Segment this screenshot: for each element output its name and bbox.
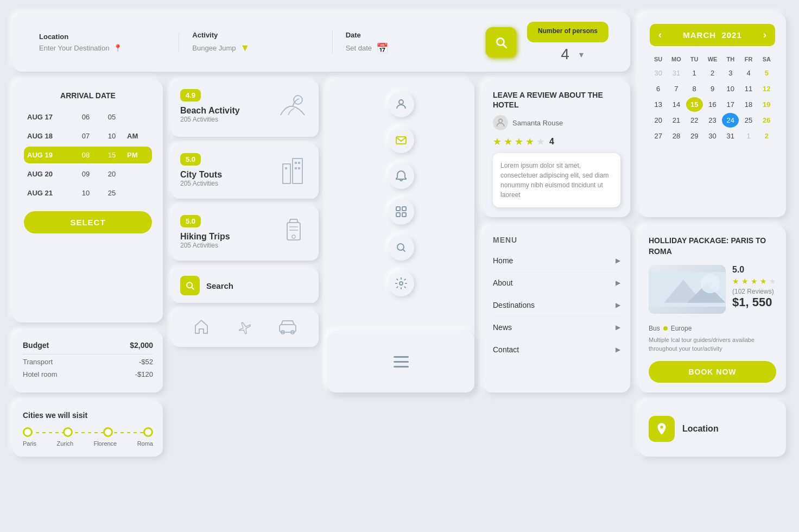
persons-section: Number of persons 4 ▾: [527, 22, 617, 63]
activity-card-city[interactable]: 5.0 City Touts 205 Activities: [172, 144, 319, 199]
cal-header-su: SU: [650, 54, 667, 65]
cal-day[interactable]: 9: [704, 81, 721, 96]
cal-header-tu: TU: [686, 54, 703, 65]
arrival-card: ARRIVAL DATE AUG 17 06 05 AUG 18 07 10 A…: [13, 80, 163, 322]
activity-value: Bungee Jump: [192, 44, 236, 52]
cal-day[interactable]: 29: [686, 129, 703, 143]
cal-day[interactable]: 7: [668, 81, 684, 96]
ham-line-2: [394, 361, 409, 363]
cal-day[interactable]: 12: [758, 81, 775, 96]
cal-day[interactable]: 1: [686, 66, 703, 80]
cal-day[interactable]: 18: [740, 97, 757, 112]
location-card[interactable]: Location: [639, 401, 786, 457]
cal-day[interactable]: 25: [740, 113, 757, 128]
cal-day[interactable]: 20: [650, 113, 667, 128]
cal-day[interactable]: 22: [686, 113, 703, 128]
cal-day[interactable]: 31: [668, 66, 684, 80]
plane-icon-btn[interactable]: [235, 318, 252, 339]
svg-rect-2: [293, 159, 302, 183]
cal-next-btn[interactable]: ›: [763, 29, 766, 41]
svg-point-23: [400, 282, 403, 285]
city-label-zurich: Zurich: [56, 440, 73, 447]
select-button[interactable]: SELECT: [24, 211, 152, 233]
cal-day[interactable]: 2: [704, 66, 721, 80]
city-label-roma: Roma: [137, 440, 153, 447]
cal-day[interactable]: 1: [740, 129, 757, 143]
cal-day[interactable]: 17: [722, 97, 739, 112]
reviewer-row: Samanta Rouse: [493, 115, 620, 130]
reviewer-avatar: [493, 115, 508, 130]
menu-item-about[interactable]: About ▶: [493, 272, 620, 294]
cal-day[interactable]: 2: [758, 129, 775, 143]
star-3: ★: [515, 136, 523, 148]
activity-card-beach[interactable]: 4.9 Beach Activity 205 Activities: [172, 80, 319, 137]
arrival-row-2[interactable]: AUG 19 08 15 PM: [24, 147, 152, 163]
search-button[interactable]: [486, 27, 516, 58]
cal-day[interactable]: 6: [650, 81, 667, 96]
dropdown-icon[interactable]: ▼: [240, 42, 250, 54]
cal-day[interactable]: 5: [758, 66, 775, 80]
h-star-1: ★: [732, 277, 739, 286]
persons-chevron[interactable]: ▾: [579, 49, 584, 60]
cal-day[interactable]: 30: [704, 129, 721, 143]
cal-day[interactable]: 4: [740, 66, 757, 80]
calendar-grid: SU MO TU WE TH FR SA 30 31 1 2 3 4 5 6 7…: [650, 54, 775, 143]
tag-dot: [663, 326, 668, 331]
cal-prev-btn[interactable]: ‹: [658, 29, 662, 41]
city-dot-roma: [143, 427, 153, 437]
profile-icon-btn[interactable]: [388, 91, 414, 117]
cal-day[interactable]: 23: [704, 113, 721, 128]
date-section: Date Set date 📅: [333, 31, 486, 54]
menu-item-destinations[interactable]: Destinations ▶: [493, 294, 620, 316]
cal-day-selected[interactable]: 24: [722, 113, 739, 128]
arrival-row-3[interactable]: AUG 20 09 20: [24, 166, 152, 182]
svg-point-0: [294, 96, 302, 104]
cal-day[interactable]: 16: [704, 97, 721, 112]
cal-day[interactable]: 19: [758, 97, 775, 112]
arrival-row-4[interactable]: AUG 21 10 25: [24, 185, 152, 201]
svg-rect-7: [298, 167, 300, 169]
cal-day[interactable]: 27: [650, 129, 667, 143]
cal-day[interactable]: 14: [668, 97, 684, 112]
book-now-button[interactable]: BOOK NOW: [649, 361, 776, 383]
persons-label: Number of persons: [538, 27, 598, 35]
budget-transport-label: Transport: [23, 358, 53, 366]
search-widget[interactable]: Search: [172, 268, 319, 303]
review-text-box: Lorem ipsum dolor sit amet, consectetuer…: [493, 153, 620, 207]
hamburger-card[interactable]: [327, 331, 474, 392]
home-icon-btn[interactable]: [193, 318, 210, 339]
cal-day[interactable]: 26: [758, 113, 775, 128]
cal-day[interactable]: 28: [668, 129, 684, 143]
cal-day[interactable]: 10: [722, 81, 739, 96]
activity-card-hiking[interactable]: 5.0 Hiking Trips 205 Activities: [172, 206, 319, 261]
cal-day[interactable]: 3: [722, 66, 739, 80]
menu-item-home[interactable]: Home ▶: [493, 250, 620, 272]
menu-item-contact[interactable]: Contact ▶: [493, 339, 620, 360]
arrival-row-1[interactable]: AUG 18 07 10 AM: [24, 128, 152, 144]
car-icon-btn[interactable]: [278, 318, 297, 339]
activity-name-hiking: Hiking Trips: [180, 232, 230, 242]
holiday-image: [649, 265, 726, 314]
cal-day-today[interactable]: 15: [686, 97, 703, 112]
cal-day[interactable]: 11: [740, 81, 757, 96]
search-nav-icon-btn[interactable]: [388, 235, 414, 261]
cal-day[interactable]: 30: [650, 66, 667, 80]
arrival-row-0[interactable]: AUG 17 06 05: [24, 109, 152, 125]
cal-header-sa: SA: [758, 54, 775, 65]
cal-day[interactable]: 21: [668, 113, 684, 128]
menu-item-news[interactable]: News ▶: [493, 316, 620, 339]
bell-icon-btn[interactable]: [388, 163, 414, 189]
svg-rect-19: [402, 207, 406, 211]
settings-icon-btn[interactable]: [388, 270, 414, 296]
grid-icon-btn[interactable]: [388, 199, 414, 225]
budget-hotel-label: Hotel room: [23, 370, 58, 378]
cal-day[interactable]: 31: [722, 129, 739, 143]
h-star-4: ★: [760, 277, 767, 286]
mail-icon-btn[interactable]: [388, 127, 414, 153]
cal-day[interactable]: 8: [686, 81, 703, 96]
holiday-card: HOLLIDAY PACKAGE: PARIS TO ROMA 5.0 ★ ★: [639, 226, 786, 392]
calendar-icon[interactable]: 📅: [376, 42, 388, 54]
location-label: Location: [39, 33, 166, 41]
reviewer-name: Samanta Rouse: [512, 119, 563, 127]
cal-day[interactable]: 13: [650, 97, 667, 112]
